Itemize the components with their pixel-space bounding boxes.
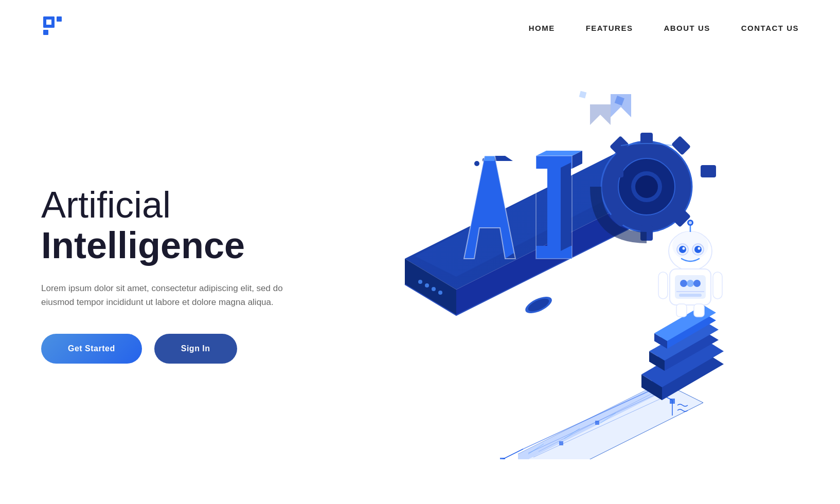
svg-point-56 — [693, 280, 701, 287]
sign-in-button[interactable]: Sign In — [154, 334, 237, 364]
nav-home[interactable]: HOME — [529, 24, 555, 32]
logo-icon — [41, 14, 68, 41]
svg-rect-59 — [658, 272, 668, 299]
nav-features[interactable]: FEATURES — [586, 24, 633, 32]
svg-point-55 — [687, 280, 694, 287]
svg-rect-4 — [46, 20, 51, 25]
svg-rect-58 — [679, 294, 702, 297]
svg-point-51 — [689, 221, 692, 224]
svg-rect-3 — [43, 30, 48, 35]
svg-rect-26 — [547, 168, 561, 246]
svg-rect-15 — [595, 421, 599, 425]
hero-description: Lorem ipsum dolor sit amet, consectetur … — [41, 281, 288, 309]
svg-point-66 — [438, 291, 442, 295]
hero-section: Artificial Intelligence Lorem ipsum dolo… — [0, 56, 840, 482]
svg-rect-2 — [57, 16, 62, 22]
get-started-button[interactable]: Get Started — [41, 334, 142, 364]
svg-point-42 — [672, 231, 708, 260]
svg-point-32 — [635, 175, 658, 198]
hero-illustration — [288, 81, 799, 467]
svg-rect-36 — [701, 165, 716, 177]
svg-point-65 — [432, 287, 436, 291]
svg-rect-24 — [481, 212, 498, 224]
svg-point-45 — [679, 246, 686, 253]
svg-rect-70 — [579, 91, 586, 99]
ai-illustration-svg — [333, 89, 755, 459]
svg-point-47 — [682, 247, 685, 250]
nav-contact[interactable]: CONTACT US — [741, 24, 799, 32]
svg-rect-14 — [670, 399, 675, 404]
hero-buttons: Get Started Sign In — [41, 334, 288, 364]
svg-rect-62 — [694, 304, 704, 317]
header: HOME FEATURES ABOUT US CONTACT US — [0, 0, 840, 56]
svg-point-46 — [694, 246, 702, 253]
svg-rect-35 — [608, 165, 623, 177]
svg-rect-33 — [640, 133, 653, 148]
svg-rect-13 — [500, 458, 505, 459]
nav-about[interactable]: ABOUT US — [664, 24, 710, 32]
nav: HOME FEATURES ABOUT US CONTACT US — [529, 24, 799, 32]
svg-point-22 — [474, 161, 479, 166]
svg-rect-16 — [559, 441, 563, 445]
hero-title: Artificial Intelligence — [41, 185, 288, 266]
svg-point-48 — [698, 247, 700, 250]
svg-rect-60 — [713, 272, 722, 299]
svg-point-54 — [680, 280, 687, 287]
svg-point-64 — [425, 283, 429, 287]
hero-content: Artificial Intelligence Lorem ipsum dolo… — [41, 185, 288, 364]
svg-point-63 — [418, 280, 422, 284]
svg-rect-61 — [676, 304, 687, 317]
logo[interactable] — [41, 14, 68, 41]
svg-marker-67 — [590, 104, 611, 125]
